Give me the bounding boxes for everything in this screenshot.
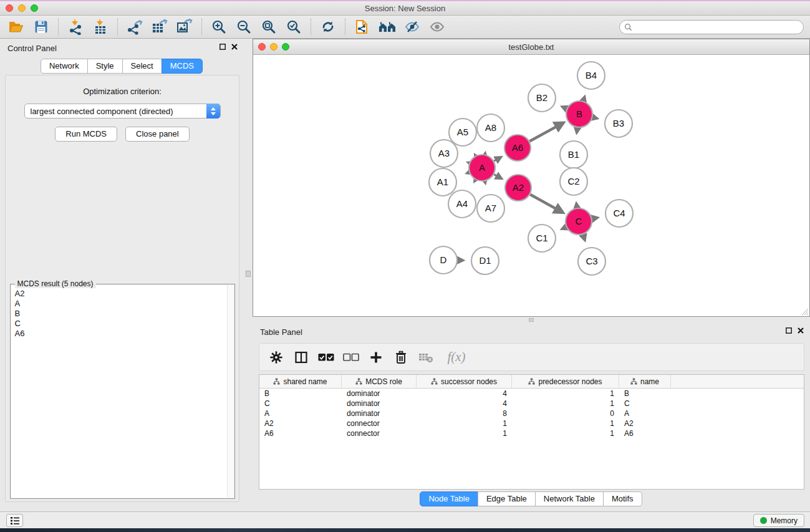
result-list-item[interactable]: A6 — [15, 329, 234, 339]
table-cell[interactable]: 1 — [417, 419, 512, 428]
split-divider-horizontal[interactable] — [253, 317, 810, 322]
edge-A2-C[interactable] — [530, 195, 563, 213]
show-all-button[interactable] — [425, 17, 450, 36]
edge-B-B2[interactable] — [562, 107, 567, 109]
close-panel-button[interactable]: Close panel — [125, 127, 190, 142]
float-panel-icon[interactable] — [786, 327, 792, 334]
zoom-selected-button[interactable] — [281, 17, 306, 36]
edge-B-B4[interactable] — [583, 97, 584, 102]
table-cell[interactable]: B — [259, 389, 342, 398]
table-cell[interactable]: 0 — [512, 409, 619, 418]
result-list-item[interactable]: A2 — [15, 289, 234, 299]
table-row[interactable]: Adominator80A — [259, 409, 804, 418]
table-cell[interactable]: C — [619, 399, 671, 408]
table-cell[interactable]: A — [259, 409, 342, 418]
task-history-button[interactable] — [6, 514, 23, 527]
search-input[interactable] — [635, 22, 803, 33]
table-row[interactable]: Cdominator41C — [259, 399, 804, 409]
tab-mcds[interactable]: MCDS — [162, 59, 203, 74]
divider-grip[interactable] — [246, 271, 251, 277]
search-box[interactable] — [619, 20, 804, 34]
network-canvas[interactable]: AA1A2A3A4A5A6A7A8BB1B2B3B4CC1C2C3C4DD1 — [253, 55, 809, 316]
column-header-name[interactable]: name — [619, 375, 671, 388]
edge-C-C1[interactable] — [562, 227, 566, 229]
edge-C-C2[interactable] — [576, 203, 577, 208]
function-builder-button[interactable]: f(x) — [443, 348, 470, 367]
table-cell[interactable]: 4 — [417, 399, 512, 408]
divider-grip[interactable] — [529, 318, 534, 322]
table-cell[interactable]: 4 — [417, 389, 512, 398]
new-network-from-selection-button[interactable] — [350, 17, 375, 36]
table-cell[interactable]: 1 — [512, 419, 619, 428]
tab-style[interactable]: Style — [87, 59, 123, 74]
edge-A-A8[interactable] — [485, 153, 486, 154]
split-divider-vertical[interactable] — [244, 39, 253, 511]
column-header-predecessor-nodes[interactable]: predecessor nodes — [512, 375, 619, 388]
table-cell[interactable]: dominator — [342, 409, 417, 418]
table-cell[interactable]: A — [619, 409, 671, 418]
toggle-panel-layout-button[interactable] — [293, 348, 309, 367]
close-panel-icon[interactable] — [231, 44, 238, 50]
result-list-item[interactable]: B — [15, 309, 234, 319]
table-cell[interactable]: dominator — [342, 399, 417, 408]
table-cell[interactable]: A2 — [619, 419, 671, 428]
edge-C-C4[interactable] — [592, 218, 598, 219]
edge-A-A4[interactable] — [475, 180, 476, 181]
edge-C-C3[interactable] — [583, 235, 585, 241]
edge-A6-B[interactable] — [529, 123, 563, 142]
column-header-successor-nodes[interactable]: successor nodes — [417, 375, 512, 388]
first-neighbors-button[interactable] — [375, 17, 400, 36]
export-network-button[interactable] — [122, 17, 147, 36]
import-table-button[interactable] — [88, 17, 113, 36]
window-resize-grip[interactable] — [801, 307, 809, 316]
table-cell[interactable]: 1 — [512, 389, 619, 398]
edge-A-A1[interactable] — [467, 173, 470, 173]
table-cell[interactable]: 1 — [512, 399, 619, 408]
export-image-button[interactable] — [172, 17, 197, 36]
run-mcds-button[interactable]: Run MCDS — [55, 127, 117, 142]
create-column-button[interactable] — [368, 348, 384, 367]
result-scrollbar[interactable] — [227, 285, 234, 498]
zoom-fit-button[interactable] — [256, 17, 281, 36]
table-cell[interactable]: A6 — [259, 429, 342, 438]
node-table[interactable]: shared nameMCDS rolesuccessor nodesprede… — [259, 374, 804, 490]
edge-B-B3[interactable] — [592, 117, 597, 118]
import-network-button[interactable] — [63, 17, 88, 36]
table-cell[interactable]: A6 — [619, 429, 671, 438]
edge-A-A3[interactable] — [468, 163, 469, 163]
edge-A-A2[interactable] — [494, 175, 501, 179]
tab-network[interactable]: Network — [41, 59, 88, 74]
table-cell[interactable]: dominator — [342, 389, 417, 398]
memory-button[interactable]: Memory — [753, 514, 804, 527]
edge-B-B1[interactable] — [577, 128, 577, 133]
open-session-button[interactable] — [4, 17, 29, 36]
column-header-shared-name[interactable]: shared name — [259, 375, 342, 388]
table-cell[interactable]: connector — [342, 419, 417, 428]
tab-network-table[interactable]: Network Table — [535, 491, 604, 506]
mcds-result-list[interactable]: A2ABCA6 — [11, 285, 234, 498]
save-session-button[interactable] — [29, 17, 54, 36]
main-titlebar[interactable]: Session: New Session — [0, 1, 810, 16]
table-cell[interactable]: 1 — [417, 429, 512, 438]
refresh-view-button[interactable] — [316, 17, 340, 36]
close-panel-icon[interactable] — [798, 327, 804, 334]
deselect-all-button[interactable] — [343, 348, 359, 367]
zoom-in-button[interactable] — [206, 17, 231, 36]
tab-node-table[interactable]: Node Table — [420, 491, 478, 506]
export-table-button[interactable] — [147, 17, 172, 36]
table-row[interactable]: A2connector11A2 — [259, 418, 804, 428]
edge-A-A5[interactable] — [475, 155, 476, 156]
tab-motifs[interactable]: Motifs — [603, 491, 642, 506]
table-cell[interactable]: C — [259, 399, 342, 408]
float-panel-icon[interactable] — [219, 44, 226, 50]
table-cell[interactable]: connector — [342, 429, 417, 438]
zoom-out-button[interactable] — [231, 17, 256, 36]
table-row[interactable]: Bdominator41B — [259, 389, 804, 399]
optimization-criterion-select[interactable]: largest connected component (directed) — [24, 104, 221, 118]
table-cell[interactable]: 8 — [417, 409, 512, 418]
table-cell[interactable]: 1 — [512, 429, 619, 438]
tab-select[interactable]: Select — [122, 59, 162, 74]
table-cell[interactable]: B — [619, 389, 671, 398]
edge-A-A7[interactable] — [485, 181, 486, 183]
table-cell[interactable]: A2 — [259, 419, 342, 428]
